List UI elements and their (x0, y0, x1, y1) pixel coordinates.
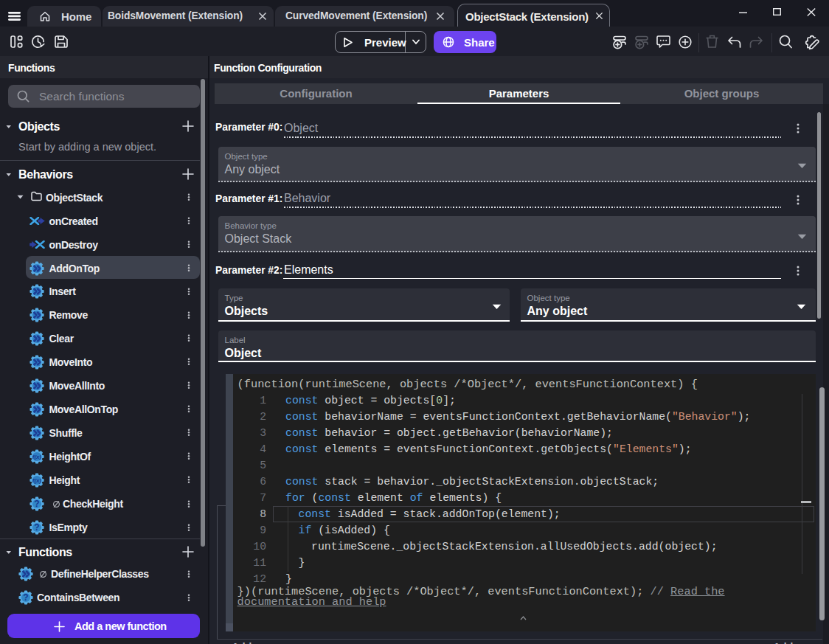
svg-text:?: ? (34, 522, 39, 533)
svg-text:?: ? (23, 592, 28, 603)
svg-text:?: ? (34, 499, 39, 509)
svg-text:f(x): f(x) (32, 453, 42, 460)
svg-text:f(x): f(x) (32, 477, 42, 483)
